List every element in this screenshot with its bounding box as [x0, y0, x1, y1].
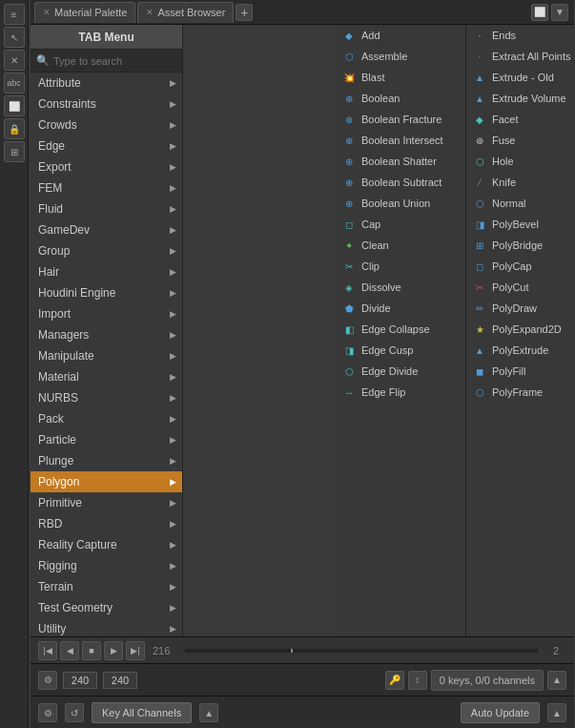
submenu-item-extract-all-points[interactable]: ⬞Extract All Points — [466, 46, 574, 67]
submenu-item-clean[interactable]: ✦Clean — [336, 235, 465, 256]
menu-item-polygon[interactable]: Polygon▶ — [31, 471, 182, 492]
tab-close-asset[interactable]: ✕ — [146, 8, 154, 17]
search-input[interactable] — [53, 55, 176, 67]
submenu-item-hole[interactable]: ⬡Hole — [466, 151, 574, 172]
menu-item-import[interactable]: Import▶ — [31, 303, 182, 324]
menu-item-fem[interactable]: FEM▶ — [31, 177, 182, 198]
menu-item-pack[interactable]: Pack▶ — [31, 408, 182, 429]
toolbar-close-btn[interactable]: ✕ — [4, 50, 25, 71]
refresh-icon[interactable]: ⚙ — [38, 703, 57, 722]
submenu-item-ends[interactable]: ⬝Ends — [466, 25, 574, 46]
tab-icon-dropdown[interactable]: ▼ — [551, 4, 568, 21]
submenu-item-extrude-volume[interactable]: ▲Extrude Volume — [466, 88, 574, 109]
menu-item-crowds[interactable]: Crowds▶ — [31, 114, 182, 135]
submenu-item-assemble[interactable]: ⬡Assemble — [336, 46, 465, 67]
submenu-item-knife[interactable]: ∕Knife — [466, 172, 574, 193]
timeline-settings-icon[interactable]: ⚙ — [38, 671, 57, 690]
submenu-item-polyextrude[interactable]: ▲PolyExtrude — [466, 340, 574, 361]
menu-item-material[interactable]: Material▶ — [31, 366, 182, 387]
menu-item-managers[interactable]: Managers▶ — [31, 324, 182, 345]
submenu-item-polyframe[interactable]: ⬡PolyFrame — [466, 382, 574, 403]
menu-item-fluid[interactable]: Fluid▶ — [31, 198, 182, 219]
tab-icon-square[interactable]: ⬜ — [531, 4, 548, 21]
submenu-item-blast[interactable]: 💥Blast — [336, 67, 465, 88]
submenu-item-edge-divide[interactable]: ⬠Edge Divide — [336, 361, 465, 382]
submenu-item-edge-collapse[interactable]: ◧Edge Collapse — [336, 319, 465, 340]
submenu-item-boolean-subtract[interactable]: ⊕Boolean Subtract — [336, 172, 465, 193]
submenu-item-polyexpand2d[interactable]: ★PolyExpand2D — [466, 319, 574, 340]
transport-next-end[interactable]: ▶| — [126, 641, 145, 660]
submenu-item-fuse[interactable]: ⊛Fuse — [466, 130, 574, 151]
frame-input[interactable] — [63, 672, 97, 689]
menu-item-houdini-engine[interactable]: Houdini Engine▶ — [31, 282, 182, 303]
tab-add-button[interactable]: + — [236, 4, 253, 21]
frame-end-input[interactable] — [103, 672, 137, 689]
submenu-item-facet[interactable]: ◆Facet — [466, 109, 574, 130]
menu-item-constraints[interactable]: Constraints▶ — [31, 94, 182, 114]
menu-item-gamedev[interactable]: GameDev▶ — [31, 219, 182, 240]
transport-play[interactable]: ▶ — [104, 641, 123, 660]
undo-icon[interactable]: ↺ — [65, 703, 84, 722]
toolbar-text-btn[interactable]: abc — [4, 73, 25, 94]
submenu-item-cap[interactable]: ◻Cap — [336, 214, 465, 235]
submenu-item-polycut[interactable]: ✂PolyCut — [466, 277, 574, 298]
channels-expand-icon[interactable]: ▲ — [547, 671, 566, 690]
menu-item-export[interactable]: Export▶ — [31, 156, 182, 177]
channels-icon[interactable]: ↕ — [408, 671, 427, 690]
menu-item-group[interactable]: Group▶ — [31, 240, 182, 261]
submenu-item-extrude---old[interactable]: ▲Extrude - Old — [466, 67, 574, 88]
menu-item-primitive[interactable]: Primitive▶ — [31, 492, 182, 513]
submenu-item-boolean[interactable]: ⊕Boolean — [336, 88, 465, 109]
transport-prev-end[interactable]: |◀ — [38, 641, 57, 660]
submenu-item-divide[interactable]: ⬟Divide — [336, 298, 465, 319]
submenu-item-add[interactable]: ◆Add — [336, 25, 465, 46]
tab-asset-browser[interactable]: ✕ Asset Browser — [137, 2, 234, 23]
menu-item-nurbs[interactable]: NURBS▶ — [31, 387, 182, 408]
transport-stop[interactable]: ■ — [82, 641, 101, 660]
submenu-item-polycap[interactable]: ◻PolyCap — [466, 256, 574, 277]
menu-item-reality-capture[interactable]: Reality Capture▶ — [31, 534, 182, 555]
key-channels-expand-icon[interactable]: ▲ — [199, 703, 218, 722]
submenu-item-boolean-intersect[interactable]: ⊕Boolean Intersect — [336, 130, 465, 151]
keyframe-icon[interactable]: 🔑 — [385, 671, 404, 690]
menu-item-manipulate[interactable]: Manipulate▶ — [31, 345, 182, 366]
submenu-item-dissolve[interactable]: ◈Dissolve — [336, 277, 465, 298]
menu-item-particle[interactable]: Particle▶ — [31, 429, 182, 450]
submenu-item-polydraw[interactable]: ✏PolyDraw — [466, 298, 574, 319]
tab-close-material[interactable]: ✕ — [43, 8, 51, 17]
timeline-track[interactable] — [185, 649, 538, 653]
menu-item-rigging[interactable]: Rigging▶ — [31, 555, 182, 576]
submenu-item-edge-flip[interactable]: ↔Edge Flip — [336, 382, 465, 403]
tab-material-palette[interactable]: ✕ Material Palette — [34, 2, 135, 23]
auto-update-expand-icon[interactable]: ▲ — [547, 703, 566, 722]
menu-item-utility[interactable]: Utility▶ — [31, 618, 182, 636]
toolbar-grid-btn[interactable]: ⊞ — [4, 141, 25, 162]
key-all-channels-btn[interactable]: Key All Channels — [92, 702, 192, 723]
submenu-item-polybridge[interactable]: ⊞PolyBridge — [466, 235, 574, 256]
sub-panel-container: ◆Add⬡Assemble💥Blast⊕Boolean⊕Boolean Frac… — [183, 25, 574, 636]
toolbar-lock-btn[interactable]: 🔒 — [4, 118, 25, 139]
auto-update-btn[interactable]: Auto Update — [461, 702, 540, 723]
menu-item-terrain[interactable]: Terrain▶ — [31, 576, 182, 597]
submenu-item-normal[interactable]: ⬡Normal — [466, 193, 574, 214]
toolbar-menu-btn[interactable]: ≡ — [4, 4, 25, 25]
submenu-item-edge-cusp[interactable]: ◨Edge Cusp — [336, 340, 465, 361]
menu-item-plunge[interactable]: Plunge▶ — [31, 450, 182, 471]
submenu-item-polybevel[interactable]: ◨PolyBevel — [466, 214, 574, 235]
menu-item-test-geometry[interactable]: Test Geometry▶ — [31, 597, 182, 618]
submenu-item-polyfill[interactable]: ◼PolyFill — [466, 361, 574, 382]
submenu-item-icon: ▲ — [472, 91, 487, 106]
submenu-item-boolean-shatter[interactable]: ⊕Boolean Shatter — [336, 151, 465, 172]
menu-item-hair[interactable]: Hair▶ — [31, 261, 182, 282]
menu-item-attribute[interactable]: Attribute▶ — [31, 73, 182, 94]
submenu-item-boolean-fracture[interactable]: ⊕Boolean Fracture — [336, 109, 465, 130]
submenu-item-boolean-union[interactable]: ⊕Boolean Union — [336, 193, 465, 214]
menu-item-rbd[interactable]: RBD▶ — [31, 513, 182, 534]
transport-prev-frame[interactable]: ◀ — [60, 641, 79, 660]
submenu-item-clip[interactable]: ✂Clip — [336, 256, 465, 277]
menu-item-label: Group — [38, 244, 70, 258]
polygon-submenu: ◆Add⬡Assemble💥Blast⊕Boolean⊕Boolean Frac… — [336, 25, 574, 636]
menu-item-edge[interactable]: Edge▶ — [31, 135, 182, 156]
toolbar-select-btn[interactable]: ↖ — [4, 27, 25, 48]
toolbar-rect-btn[interactable]: ⬜ — [4, 95, 25, 116]
